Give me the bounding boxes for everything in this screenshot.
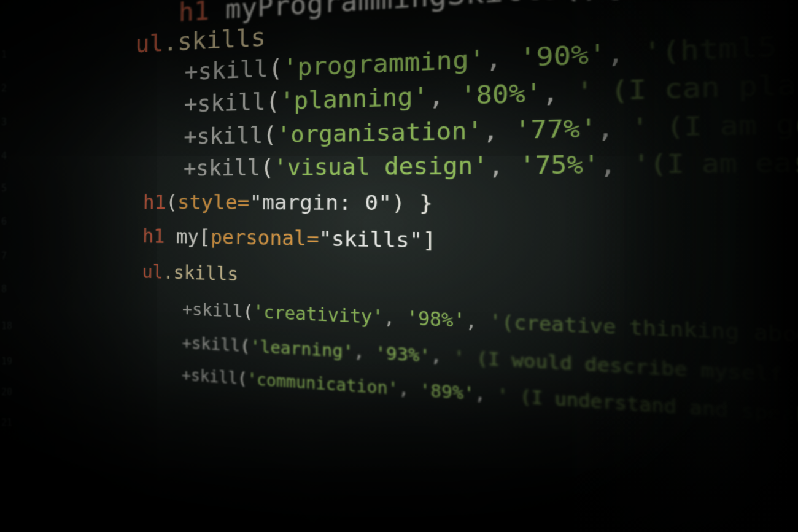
- string-value: 77%: [530, 114, 580, 144]
- quote-token: ': [419, 345, 430, 366]
- string-token: '98%': [406, 307, 465, 331]
- mixin-token: +skill: [182, 366, 238, 388]
- mixin-token: +skill: [184, 88, 266, 117]
- punct-token: ,: [600, 150, 633, 179]
- mixin-token: +skill: [184, 55, 268, 85]
- tag-token: h1: [142, 225, 165, 247]
- string-value: 98%: [418, 308, 453, 331]
- quote-token: ': [250, 336, 260, 357]
- line-number: 19: [1, 356, 12, 367]
- mixin-token: +skill: [184, 121, 263, 149]
- quote-token: ': [375, 343, 386, 364]
- quote-token: ': [643, 36, 662, 67]
- line-number: 1: [1, 49, 7, 60]
- quote-token: ': [343, 341, 354, 362]
- line-number: 5: [1, 183, 7, 194]
- string-token: "skills": [319, 226, 422, 252]
- string-value: creativity: [263, 303, 372, 328]
- mixin-token: +skill: [182, 299, 243, 321]
- quote-token: ': [460, 81, 476, 110]
- string-value: 90%: [536, 39, 589, 71]
- string-value: 80%: [476, 79, 525, 109]
- tag-token: ul: [142, 261, 163, 283]
- string-token: '77%': [514, 114, 597, 144]
- line-number: 3: [1, 117, 7, 128]
- quote-token: ': [580, 114, 597, 144]
- quote-token: ': [453, 309, 465, 331]
- punct-token: (: [166, 190, 177, 214]
- class-token: .skills: [163, 261, 238, 285]
- quote-token: ': [253, 302, 263, 322]
- punct-token: ,: [488, 152, 519, 180]
- class-token: .skills: [163, 23, 266, 56]
- quote-token: ': [514, 115, 530, 145]
- tag-token: ul: [135, 29, 163, 58]
- attr-token: personal: [211, 225, 307, 250]
- quote-token: ': [420, 380, 431, 401]
- punct-token: }: [419, 190, 433, 215]
- quote-token: ': [497, 385, 509, 407]
- punct-token: (: [263, 121, 277, 148]
- quote-token: ': [280, 88, 294, 115]
- mixin-token: +skill: [182, 333, 240, 355]
- string-value: planning: [294, 83, 413, 115]
- punct-token: ,: [486, 43, 519, 74]
- quote-token: ': [525, 79, 542, 108]
- line-number: 20: [1, 387, 12, 398]
- line-number: 18: [1, 320, 12, 331]
- string-value: visual design: [287, 152, 473, 181]
- mixin-token: +skill: [184, 155, 261, 181]
- punct-token: ): [392, 190, 419, 215]
- punct-token: ,: [475, 384, 497, 406]
- punct-token: ]: [422, 228, 436, 253]
- string-value: learning: [260, 337, 343, 361]
- line-number: 6: [1, 216, 7, 227]
- punct-token: ,: [465, 310, 489, 333]
- string-token: 'learning': [250, 336, 354, 361]
- string-value: (I understand and speak english with: [508, 386, 798, 440]
- punct-token: =: [237, 190, 249, 214]
- attr-token: style: [177, 190, 238, 214]
- punct-token: ,: [542, 77, 576, 107]
- punct-token: ,: [398, 379, 420, 401]
- string-value: communication: [257, 371, 388, 398]
- quote-token: ': [631, 112, 649, 142]
- quote-token: ': [519, 42, 536, 72]
- quote-token: ': [583, 150, 600, 179]
- punct-token: ,: [428, 82, 460, 110]
- quote-token: ': [247, 370, 257, 390]
- punct-token: ,: [606, 37, 643, 69]
- punct-token: (: [260, 155, 274, 180]
- quote-token: ': [388, 379, 398, 399]
- punct-token: ,: [597, 112, 631, 143]
- tag-token: h1: [143, 190, 166, 214]
- quote-token: ': [413, 83, 428, 111]
- line-number: 8: [1, 283, 7, 295]
- quote-token: ': [467, 116, 483, 145]
- string-value: margin: 0: [262, 190, 379, 215]
- quote-token: ": [249, 190, 261, 214]
- string-value: 75%: [535, 150, 583, 179]
- quote-token: ': [633, 150, 650, 179]
- line-number: 21: [1, 417, 12, 428]
- string-value: skills: [331, 227, 409, 252]
- code-area: h1 myProgrammingSkills(){ ul.skills +ski…: [90, 0, 798, 498]
- punct-token: ,: [354, 342, 375, 363]
- string-token: '89%': [420, 380, 475, 404]
- quote-token: ': [463, 383, 475, 404]
- string-token: 'organisation': [277, 116, 482, 148]
- code-editor-photo: 1 2 3 4 5 6 7 8 18 19 20 21 h1 myProgram…: [0, 0, 798, 532]
- string-token: "margin: 0": [249, 190, 392, 215]
- string-token: 'visual design': [274, 152, 488, 180]
- string-token: '80%': [460, 79, 542, 110]
- quote-token: ': [469, 44, 486, 74]
- quote-token: ': [372, 306, 384, 328]
- punct-token: [: [199, 225, 211, 249]
- punct-token: (: [242, 301, 253, 322]
- quote-token: ': [283, 53, 298, 82]
- punct-token: (: [266, 88, 280, 115]
- line-number: 2: [1, 83, 7, 94]
- quote-token: ": [378, 190, 392, 215]
- string-value: 93%: [386, 343, 419, 365]
- quote-token: ': [277, 121, 291, 148]
